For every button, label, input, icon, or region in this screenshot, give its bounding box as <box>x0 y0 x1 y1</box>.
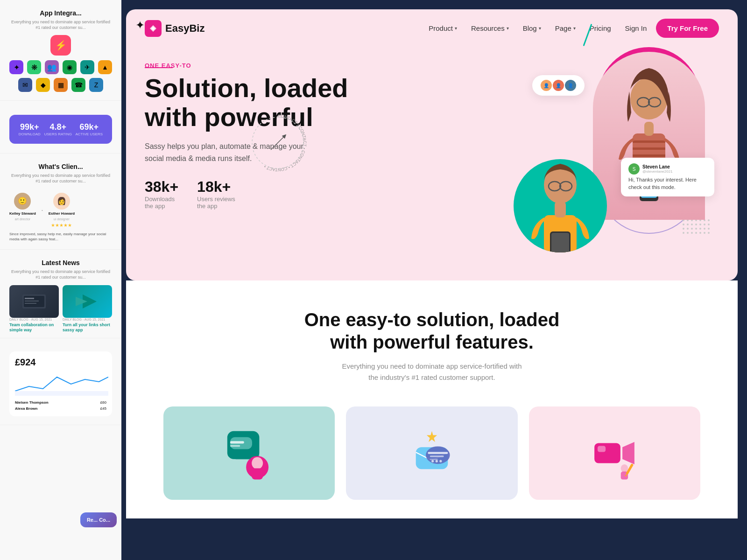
stat-downloads: 99k+ DOWNLOAD <box>19 122 41 136</box>
svg-rect-33 <box>230 445 240 447</box>
video-icon-area <box>586 425 642 481</box>
svg-rect-3 <box>25 301 39 301</box>
svg-rect-37 <box>235 454 259 456</box>
svg-rect-15 <box>633 154 665 157</box>
chat-icon-area <box>221 425 277 481</box>
reviewer-esther-name: Esther Howard <box>49 211 75 216</box>
sidebar-finance-section: £924 Nielsen Thompson £60 Alexa Brown £4… <box>0 338 121 425</box>
dot-grid <box>683 219 710 234</box>
chat-message: Hi, Thanks your interest. Here check out… <box>628 176 707 191</box>
stat-active: 69k+ ACTIVE USERS <box>75 122 103 136</box>
nav-blog[interactable]: Blog ▾ <box>523 24 541 32</box>
reviewer-kelley-role: art director <box>15 217 30 221</box>
hero-right: 👤 👤 👤 <box>495 56 719 262</box>
app-integration-title: App Integra... <box>9 9 112 17</box>
hero-section: ✦ EasyBiz Product ▾ Resour <box>126 9 738 280</box>
avatar-1: 👤 <box>540 79 553 92</box>
finance-amount-2: £45 <box>100 406 106 411</box>
svg-rect-38 <box>235 458 251 459</box>
logo-area[interactable]: EasyBiz <box>145 20 204 37</box>
avatar-3: 👤 <box>564 79 577 92</box>
hero-title: Solution, loaded with powerful <box>145 74 495 131</box>
reviews-value: 18k+ <box>197 178 235 196</box>
sign-in-button[interactable]: Sign In <box>625 24 647 32</box>
svg-rect-16 <box>644 122 654 136</box>
reviewer-kelley-avatar: 🙂 <box>14 193 31 210</box>
blog-chevron: ▾ <box>539 26 541 31</box>
news-thumb-1 <box>9 285 59 318</box>
reviewer-esther-role: ui designer <box>54 217 70 221</box>
svg-rect-7 <box>15 391 108 396</box>
app-integration-subtitle: Everything you need to dominate app serv… <box>9 20 112 30</box>
app-icon-4: ◉ <box>63 60 77 74</box>
slack-icon: ✦ <box>9 60 23 74</box>
news2-title: Turn all your links short sassy app <box>63 322 112 333</box>
reviewer-esther-avatar: 👩 <box>53 193 70 210</box>
svg-rect-32 <box>230 441 244 443</box>
zoom-icon: Z <box>89 78 103 92</box>
svg-line-10 <box>271 136 285 150</box>
nav-resources[interactable]: Resources ▾ <box>471 24 509 32</box>
svg-rect-49 <box>598 446 606 452</box>
sidebar-app-integration: App Integra... Everything you need to do… <box>0 0 121 101</box>
svg-point-40 <box>426 446 450 464</box>
news-subtitle: Everything you need to dominate app serv… <box>9 269 112 280</box>
news-title: Latest News <box>9 259 112 266</box>
news2-tag: DAILY BLOG - AUG 15, 2021 <box>63 318 112 321</box>
finance-list-item-1: Nielsen Thompson <box>15 400 49 405</box>
app-icons-row-1: ✦ ❋ 👥 ◉ ✈ ▲ <box>9 60 112 74</box>
drive-icon: ▲ <box>98 60 112 74</box>
svg-rect-42 <box>430 455 444 457</box>
news-grid: DAILY BLOG - AUG 15, 2021 Team collabora… <box>9 285 112 333</box>
chat-avatar: S <box>628 163 640 175</box>
downloads-value: 99k+ <box>19 122 41 132</box>
reviewer-kelley-name: Kelley Steward <box>9 211 36 216</box>
reviews-label: Users reviews the app <box>197 196 235 210</box>
chat-illustration <box>221 420 277 486</box>
bolt-icon: ⚡ <box>50 35 71 56</box>
finance-list-item-2: Alexa Brown <box>15 406 37 411</box>
stat-downloads: 38k+ Downloads the app <box>145 178 178 210</box>
telegram-icon: ✈ <box>80 60 94 74</box>
finance-chart <box>15 368 108 396</box>
svg-rect-29 <box>551 233 569 252</box>
man-figure-svg <box>514 159 607 252</box>
star-decoration: ✦ <box>135 19 145 32</box>
main-content: ✦ EasyBiz Product ▾ Resour <box>121 9 747 518</box>
app-icon-8: ▦ <box>54 78 68 92</box>
client-title: What's Clien... <box>9 163 112 170</box>
svg-rect-47 <box>594 443 620 463</box>
hero-tagline: ONE EASY-TO <box>145 62 191 69</box>
try-free-button[interactable]: Try For Free <box>656 19 719 38</box>
section-main-title: One easy-to solution, loaded with powerf… <box>292 308 572 353</box>
nav-page[interactable]: Page ▾ <box>555 24 576 32</box>
resources-chevron: ▾ <box>507 26 509 31</box>
chat-bubble: S Steven Lane @stevenlane2021 Hi, Thanks… <box>621 158 714 196</box>
svg-rect-24 <box>555 201 566 217</box>
svg-point-46 <box>439 460 442 462</box>
nav-product[interactable]: Product ▾ <box>429 24 457 32</box>
client-subtitle: Everything you need to dominate app serv… <box>9 173 112 184</box>
chat-sender-name: Steven Lane <box>642 164 673 169</box>
nav-pricing[interactable]: Pricing <box>590 24 611 32</box>
hero-left: ONE EASY-TO Solution, loaded with powerf… <box>145 56 495 262</box>
stat-reviews: 18k+ Users reviews the app <box>197 178 235 210</box>
svg-rect-43 <box>430 459 438 460</box>
news1-tag: DAILY BLOG - AUG 15, 2021 <box>9 318 59 321</box>
app-icon-7: ◆ <box>36 78 50 92</box>
svg-point-51 <box>621 464 628 472</box>
svg-rect-4 <box>25 303 36 304</box>
notification-illustration <box>404 420 460 486</box>
news-thumb-2 <box>63 285 112 318</box>
sidebar-news-section: Latest News Everything you need to domin… <box>0 250 121 338</box>
sidebar-preview: App Integra... Everything you need to do… <box>0 0 121 560</box>
svg-text:CONTACT • CONTACT • CONTACT • : CONTACT • CONTACT • CONTACT • CONTACT • <box>263 113 307 172</box>
svg-rect-41 <box>428 452 448 454</box>
re-contact-badge: Re... Co... <box>80 512 117 527</box>
downloads-label: DOWNLOAD <box>19 132 41 136</box>
hubspot-icon: ❋ <box>27 60 41 74</box>
product-chevron: ▾ <box>455 26 457 31</box>
circle-decoration: CONTACT • CONTACT • CONTACT • CONTACT • <box>247 112 308 175</box>
news-item-2: DAILY BLOG - AUG 15, 2021 Turn all your … <box>63 285 112 333</box>
news1-title: Team collaboration on simple way <box>9 322 59 333</box>
